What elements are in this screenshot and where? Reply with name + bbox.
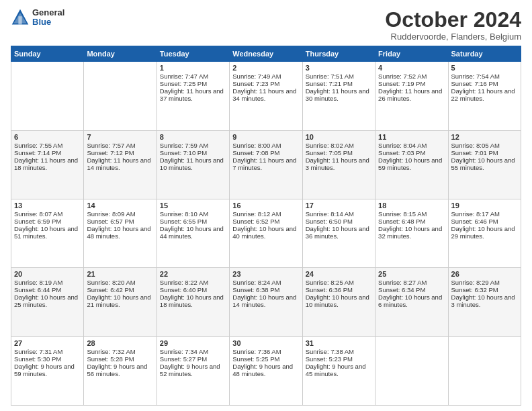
col-wednesday: Wednesday [230, 46, 302, 62]
day-number: 21 [87, 270, 153, 278]
sunset-text: Sunset: 6:55 PM [160, 218, 207, 225]
sunrise-text: Sunrise: 7:55 AM [14, 142, 62, 149]
cell-w1-d3: 2Sunrise: 7:49 AMSunset: 7:23 PMDaylight… [230, 62, 302, 130]
sunset-text: Sunset: 5:25 PM [232, 355, 279, 363]
sunset-text: Sunset: 5:23 PM [306, 355, 353, 363]
daylight-text: Daylight: 11 hours and 7 minutes. [232, 156, 296, 171]
day-number: 6 [14, 133, 81, 141]
daylight-text: Daylight: 9 hours and 52 minutes. [160, 363, 220, 377]
sunset-text: Sunset: 6:34 PM [378, 286, 425, 293]
daylight-text: Daylight: 11 hours and 26 minutes. [378, 87, 442, 102]
weekday-header-row: Sunday Monday Tuesday Wednesday Thursday… [11, 46, 521, 62]
daylight-text: Daylight: 10 hours and 40 minutes. [232, 225, 296, 240]
sunset-text: Sunset: 7:16 PM [451, 80, 498, 87]
cell-w3-d4: 17Sunrise: 8:14 AMSunset: 6:50 PMDayligh… [302, 199, 375, 267]
sunrise-text: Sunrise: 8:07 AM [14, 210, 62, 218]
daylight-text: Daylight: 11 hours and 3 minutes. [306, 156, 369, 171]
sunset-text: Sunset: 6:42 PM [87, 286, 134, 293]
cell-w3-d1: 14Sunrise: 8:09 AMSunset: 6:57 PMDayligh… [84, 199, 157, 267]
day-number: 5 [451, 64, 518, 72]
daylight-text: Daylight: 9 hours and 59 minutes. [14, 363, 75, 377]
logo-blue-text: Blue [32, 17, 64, 27]
sunset-text: Sunset: 7:25 PM [160, 80, 207, 87]
cell-w2-d6: 12Sunrise: 8:05 AMSunset: 7:01 PMDayligh… [448, 130, 521, 199]
daylight-text: Daylight: 11 hours and 34 minutes. [232, 87, 296, 102]
cell-w2-d3: 9Sunrise: 8:00 AMSunset: 7:08 PMDaylight… [230, 130, 302, 199]
sunset-text: Sunset: 7:01 PM [451, 149, 498, 156]
cell-w1-d5: 4Sunrise: 7:52 AMSunset: 7:19 PMDaylight… [375, 62, 448, 130]
col-friday: Friday [375, 46, 448, 62]
sunset-text: Sunset: 7:19 PM [378, 80, 425, 87]
cell-w1-d4: 3Sunrise: 7:51 AMSunset: 7:21 PMDaylight… [302, 62, 375, 130]
sunset-text: Sunset: 6:36 PM [306, 286, 353, 293]
col-sunday: Sunday [11, 46, 84, 62]
col-monday: Monday [84, 46, 157, 62]
daylight-text: Daylight: 10 hours and 6 minutes. [378, 293, 442, 308]
sunset-text: Sunset: 6:32 PM [451, 286, 498, 293]
sunset-text: Sunset: 7:12 PM [87, 149, 134, 156]
cell-w3-d3: 16Sunrise: 8:12 AMSunset: 6:52 PMDayligh… [230, 199, 302, 267]
cell-w1-d0 [11, 62, 84, 130]
day-number: 1 [160, 64, 226, 72]
day-number: 15 [160, 201, 226, 210]
logo-icon [11, 8, 30, 27]
sunset-text: Sunset: 6:50 PM [306, 218, 353, 225]
day-number: 28 [87, 339, 153, 347]
daylight-text: Daylight: 10 hours and 21 minutes. [87, 293, 150, 308]
sunrise-text: Sunrise: 7:49 AM [232, 73, 281, 80]
daylight-text: Daylight: 10 hours and 51 minutes. [14, 225, 78, 240]
sunset-text: Sunset: 6:40 PM [160, 286, 207, 293]
sunset-text: Sunset: 6:52 PM [232, 218, 279, 225]
cell-w3-d5: 18Sunrise: 8:15 AMSunset: 6:48 PMDayligh… [375, 199, 448, 267]
location-subtitle: Ruddervoorde, Flanders, Belgium [385, 32, 521, 42]
col-thursday: Thursday [302, 46, 375, 62]
day-number: 16 [232, 201, 299, 210]
cell-w5-d3: 30Sunrise: 7:36 AMSunset: 5:25 PMDayligh… [230, 336, 302, 405]
sunrise-text: Sunrise: 7:38 AM [306, 348, 354, 355]
daylight-text: Daylight: 10 hours and 29 minutes. [451, 225, 515, 240]
cell-w3-d6: 19Sunrise: 8:17 AMSunset: 6:46 PMDayligh… [448, 199, 521, 267]
sunset-text: Sunset: 6:57 PM [87, 218, 134, 225]
sunrise-text: Sunrise: 7:52 AM [378, 73, 427, 80]
logo-text: General Blue [32, 8, 64, 28]
sunrise-text: Sunrise: 7:32 AM [87, 348, 135, 355]
day-number: 27 [14, 339, 81, 347]
cell-w2-d4: 10Sunrise: 8:02 AMSunset: 7:05 PMDayligh… [302, 130, 375, 199]
cell-w2-d0: 6Sunrise: 7:55 AMSunset: 7:14 PMDaylight… [11, 130, 84, 199]
daylight-text: Daylight: 10 hours and 48 minutes. [87, 225, 150, 240]
day-number: 12 [451, 133, 518, 141]
day-number: 17 [306, 201, 372, 210]
col-tuesday: Tuesday [157, 46, 229, 62]
cell-w4-d5: 25Sunrise: 8:27 AMSunset: 6:34 PMDayligh… [375, 268, 448, 336]
daylight-text: Daylight: 9 hours and 56 minutes. [87, 363, 147, 377]
cell-w5-d6 [448, 336, 521, 405]
sunrise-text: Sunrise: 8:29 AM [451, 279, 500, 286]
daylight-text: Daylight: 10 hours and 55 minutes. [451, 156, 515, 171]
daylight-text: Daylight: 10 hours and 3 minutes. [451, 293, 515, 308]
sunrise-text: Sunrise: 8:00 AM [232, 142, 281, 149]
sunrise-text: Sunrise: 8:10 AM [160, 210, 208, 218]
day-number: 24 [306, 270, 372, 278]
sunset-text: Sunset: 5:27 PM [160, 355, 207, 363]
cell-w5-d2: 29Sunrise: 7:34 AMSunset: 5:27 PMDayligh… [157, 336, 229, 405]
day-number: 4 [378, 64, 445, 72]
sunrise-text: Sunrise: 8:05 AM [451, 142, 500, 149]
day-number: 8 [160, 133, 226, 141]
sunrise-text: Sunrise: 8:09 AM [87, 210, 135, 218]
header: General Blue October 2024 Ruddervoorde, … [11, 8, 521, 42]
cell-w2-d2: 8Sunrise: 7:59 AMSunset: 7:10 PMDaylight… [157, 130, 229, 199]
cell-w2-d1: 7Sunrise: 7:57 AMSunset: 7:12 PMDaylight… [84, 130, 157, 199]
daylight-text: Daylight: 10 hours and 10 minutes. [306, 293, 369, 308]
daylight-text: Daylight: 11 hours and 37 minutes. [160, 87, 224, 102]
sunrise-text: Sunrise: 8:19 AM [14, 279, 62, 286]
sunset-text: Sunset: 7:21 PM [306, 80, 353, 87]
day-number: 13 [14, 201, 81, 210]
sunrise-text: Sunrise: 8:20 AM [87, 279, 135, 286]
day-number: 7 [87, 133, 153, 141]
sunrise-text: Sunrise: 7:51 AM [306, 73, 354, 80]
cell-w1-d2: 1Sunrise: 7:47 AMSunset: 7:25 PMDaylight… [157, 62, 229, 130]
cell-w5-d4: 31Sunrise: 7:38 AMSunset: 5:23 PMDayligh… [302, 336, 375, 405]
daylight-text: Daylight: 11 hours and 18 minutes. [14, 156, 78, 171]
daylight-text: Daylight: 9 hours and 45 minutes. [306, 363, 366, 377]
daylight-text: Daylight: 11 hours and 10 minutes. [160, 156, 224, 171]
